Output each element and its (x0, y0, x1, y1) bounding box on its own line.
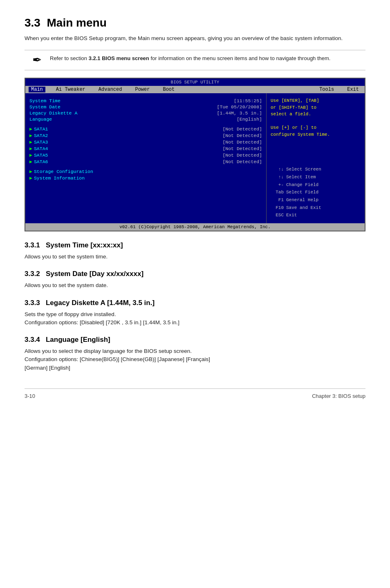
bios-key-help: ↑↓ ↑↓ +- Tab F1 F10 ESC Select Screen Se… (271, 166, 361, 219)
bios-storage-config[interactable]: ▶Storage Configuration (29, 168, 262, 174)
subsection-332: 3.3.2 System Date [Day xx/xx/xxxx] Allow… (25, 270, 365, 290)
bios-menu-bar: Main Ai Tweaker Advanced Power Boot Tool… (25, 86, 365, 93)
bios-title-bar: BIOS SETUP UTILITY (25, 79, 365, 86)
bios-left-panel: System Time [11:55:25] System Date [Tue … (25, 93, 267, 223)
bios-field-language[interactable]: Language [English] (29, 117, 262, 122)
note-text: Refer to section 3.2.1 BIOS menu screen … (50, 54, 330, 63)
footer-right: Chapter 3: BIOS setup (312, 393, 365, 399)
page-footer: 3-10 Chapter 3: BIOS setup (25, 388, 365, 399)
bios-sata1[interactable]: ▶SATA1 [Not Detected] (29, 126, 262, 132)
bios-sata4[interactable]: ▶SATA4 [Not Detected] (29, 146, 262, 151)
bios-body: System Time [11:55:25] System Date [Tue … (25, 93, 365, 223)
bios-field-system-date[interactable]: System Date [Tue 05/20/2008] (29, 104, 262, 110)
bios-screen: BIOS SETUP UTILITY Main Ai Tweaker Advan… (25, 78, 365, 231)
bios-field-legacy-diskette[interactable]: Legacy Diskette A [1.44M, 3.5 in.] (29, 110, 262, 116)
bios-menu-ai-tweaker[interactable]: Ai Tweaker (54, 87, 88, 92)
note-icon: ✒ (29, 54, 44, 66)
subsection-334: 3.3.4 Language [English] Allows you to s… (25, 336, 365, 372)
bios-menu-advanced[interactable]: Advanced (96, 87, 125, 92)
bios-menu-exit[interactable]: Exit (345, 87, 361, 92)
bios-footer: v02.61 (C)Copyright 1985-2008, American … (25, 223, 365, 231)
bios-sata3[interactable]: ▶SATA3 [Not Detected] (29, 139, 262, 145)
bios-sata6[interactable]: ▶SATA6 [Not Detected] (29, 159, 262, 164)
footer-left: 3-10 (25, 393, 35, 399)
bios-menu-main[interactable]: Main (29, 87, 45, 92)
bios-field-system-time[interactable]: System Time [11:55:25] (29, 98, 262, 103)
bios-help-text: Use [ENTER], [TAB] or [SHIFT-TAB] to sel… (271, 97, 361, 138)
intro-text: When you enter the BIOS Setup program, t… (25, 34, 365, 43)
subsection-331: 3.3.1 System Time [xx:xx:xx] Allows you … (25, 241, 365, 261)
bios-menu-boot[interactable]: Boot (160, 87, 177, 92)
bios-sata5[interactable]: ▶SATA5 [Not Detected] (29, 152, 262, 158)
subsection-333: 3.3.3 Legacy Diskette A [1.44M, 3.5 in.]… (25, 299, 365, 327)
bios-sata2[interactable]: ▶SATA2 [Not Detected] (29, 132, 262, 138)
bios-system-info[interactable]: ▶System Information (29, 175, 262, 181)
bios-menu-tools[interactable]: Tools (317, 87, 336, 92)
note-box: ✒ Refer to section 3.2.1 BIOS menu scree… (25, 50, 365, 70)
bios-menu-power[interactable]: Power (132, 87, 152, 92)
section-title: 3.3 Main menu (25, 16, 365, 29)
bios-right-panel: Use [ENTER], [TAB] or [SHIFT-TAB] to sel… (267, 93, 365, 223)
